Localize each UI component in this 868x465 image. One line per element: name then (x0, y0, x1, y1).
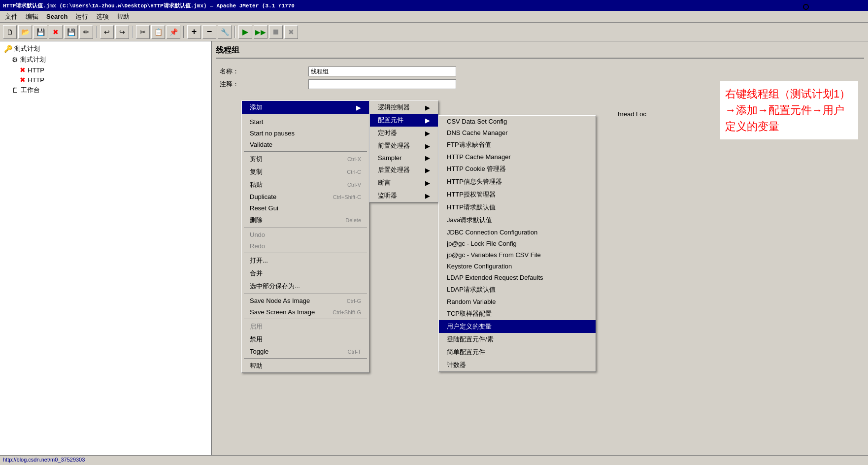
ctx-disable[interactable]: 禁用 (242, 333, 369, 346)
config-ldap[interactable]: LDAP请求默认值 (439, 283, 596, 296)
submenu-add-listener[interactable]: 监听器 ▶ (370, 189, 438, 202)
run-button[interactable]: ▶ (238, 25, 252, 39)
ctx-duplicate[interactable]: Duplicate Ctrl+Shift-C (242, 191, 369, 202)
tree-item-testplan-root[interactable]: 🔑 测式计划 (2, 43, 209, 54)
paste-button[interactable]: 📌 (167, 25, 180, 39)
ctx-sep6 (244, 319, 367, 319)
ctx-undo-label: Undo (250, 231, 265, 238)
ctx-merge[interactable]: 合并 (242, 267, 369, 280)
tree-label-workbench: 工作台 (21, 86, 40, 95)
new-button[interactable]: 🗋 (3, 25, 17, 39)
submenu-add-timer[interactable]: 定时器 ▶ (370, 127, 438, 139)
form-input-comment[interactable] (308, 79, 456, 89)
ctx-paste[interactable]: 粘贴 Ctrl-V (242, 178, 369, 191)
config-http-auth[interactable]: HTTP授权管理器 (439, 188, 596, 201)
config-jpgc-csv[interactable]: jp@gc - Variables From CSV File (439, 249, 596, 261)
ctx-validate[interactable]: Validate (242, 139, 369, 150)
ctx-toggle[interactable]: Toggle Ctrl-T (242, 346, 369, 357)
menu-options[interactable]: 选项 (93, 11, 112, 22)
ctx-add[interactable]: 添加 ▶ (242, 101, 369, 114)
tree-item-http1[interactable]: ✖ HTTP (2, 65, 209, 75)
config-ftp[interactable]: FTP请求缺省值 (439, 138, 596, 151)
save2-button[interactable]: 💾 (64, 25, 78, 39)
tree-item-workbench[interactable]: 🗒 工作台 (2, 85, 209, 96)
clear-button[interactable]: 🔧 (218, 25, 232, 39)
ctx-start[interactable]: Start (242, 116, 369, 128)
config-http-header[interactable]: HTTP信息头管理器 (439, 175, 596, 188)
ctx-help[interactable]: 帮助 (242, 360, 369, 372)
submenu-add-sampler[interactable]: Sampler ▶ (370, 152, 438, 164)
menu-file[interactable]: 文件 (2, 11, 21, 22)
ctx-save-screen-image[interactable]: Save Screen As Image Ctrl+Shift-G (242, 306, 369, 318)
submenu-add-config-arrow: ▶ (425, 117, 430, 124)
config-java-default[interactable]: Java请求默认值 (439, 214, 596, 227)
remove-button[interactable]: − (202, 25, 216, 39)
config-http-cache[interactable]: HTTP Cache Manager (439, 151, 596, 163)
ctx-delete[interactable]: 删除 Delete (242, 214, 369, 227)
open-button[interactable]: 📂 (18, 25, 32, 39)
ctx-paste-shortcut: Ctrl-V (347, 182, 361, 188)
save-button[interactable]: 💾 (33, 25, 47, 39)
ctx-save-selection-label: 选中部分保存为... (250, 282, 300, 291)
config-jdbc[interactable]: JDBC Connection Configuration (439, 227, 596, 238)
menu-edit[interactable]: 编辑 (23, 11, 41, 22)
menu-bar: 文件 编辑 Search 运行 选项 帮助 (0, 11, 868, 23)
ctx-cut[interactable]: 剪切 Ctrl-X (242, 153, 369, 166)
config-tcp[interactable]: TCP取样器配置 (439, 307, 596, 320)
submenu-add-preprocessor-label: 前置处理器 (378, 141, 410, 150)
ctx-save-selection[interactable]: 选中部分保存为... (242, 280, 369, 293)
ctx-open[interactable]: 打开... (242, 254, 369, 267)
tree-panel: 🔑 测式计划 ⚙ 测式计划 ✖ HTTP ✖ HTTP 🗒 工作台 (0, 41, 212, 455)
run-no-pause-button[interactable]: ▶▶ (254, 25, 267, 39)
config-dns[interactable]: DNS Cache Manager (439, 127, 596, 138)
submenu-add-assertion[interactable]: 断言 ▶ (370, 176, 438, 189)
close-button[interactable]: ✖ (49, 25, 63, 39)
submenu-config: CSV Data Set Config DNS Cache Manager FT… (438, 115, 596, 372)
config-http-default-label: HTTP请求默认值 (447, 203, 496, 212)
menu-run[interactable]: 运行 (72, 11, 91, 22)
config-simple[interactable]: 简单配置元件 (439, 346, 596, 359)
config-keystore[interactable]: Keystore Configuration (439, 261, 596, 272)
submenu-add-logic[interactable]: 逻辑控制器 ▶ (370, 101, 438, 114)
tree-item-testplan[interactable]: ⚙ 测式计划 (2, 54, 209, 65)
config-random[interactable]: Random Variable (439, 296, 596, 307)
ctx-save-node-image[interactable]: Save Node As Image Ctrl-G (242, 295, 369, 306)
config-counter[interactable]: 计数器 (439, 359, 596, 371)
submenu-add-postprocessor-label: 后置处理器 (378, 166, 410, 174)
submenu-add-logic-label: 逻辑控制器 (378, 103, 410, 112)
config-http-cookie[interactable]: HTTP Cookie 管理器 (439, 163, 596, 175)
config-login[interactable]: 登陆配置元件/素 (439, 333, 596, 346)
status-text: http://blog.csdn.net/m0_37529303 (3, 457, 85, 463)
edit-button[interactable]: ✏ (79, 25, 93, 39)
status-bar: http://blog.csdn.net/m0_37529303 (0, 455, 868, 465)
form-input-name[interactable] (308, 66, 456, 76)
tree-item-http2[interactable]: ✖ HTTP (2, 75, 209, 85)
toolbar-sep3 (183, 26, 184, 38)
menu-help[interactable]: 帮助 (114, 11, 133, 22)
menu-search[interactable]: Search (43, 12, 70, 21)
config-csv[interactable]: CSV Data Set Config (439, 116, 596, 127)
submenu-add-preprocessor-arrow: ▶ (425, 142, 430, 150)
content-panel: 线程组 名称： 注释： hread Loc 次数 永远 (212, 41, 868, 455)
undo-button[interactable]: ↩ (100, 25, 114, 39)
ctx-disable-label: 禁用 (250, 335, 263, 344)
copy-button[interactable]: 📋 (151, 25, 165, 39)
ctx-reset-gui[interactable]: Reset Gui (242, 202, 369, 214)
stop-button[interactable]: ⏹ (269, 25, 283, 39)
tree-label-testplan: 测式计划 (20, 55, 46, 64)
form-label-name: 名称： (220, 67, 308, 76)
shutdown-button[interactable]: ✖ (284, 25, 298, 39)
ctx-copy[interactable]: 复制 Ctrl-C (242, 166, 369, 178)
redo-button[interactable]: ↪ (115, 25, 129, 39)
submenu-add-postprocessor[interactable]: 后置处理器 ▶ (370, 164, 438, 176)
config-ldap-ext[interactable]: LDAP Extended Request Defaults (439, 272, 596, 283)
config-user-vars[interactable]: 用户定义的变量 (439, 320, 596, 333)
add-button[interactable]: + (187, 25, 201, 39)
submenu-add-preprocessor[interactable]: 前置处理器 ▶ (370, 139, 438, 152)
ctx-start-no-pauses[interactable]: Start no pauses (242, 128, 369, 139)
config-http-default[interactable]: HTTP请求默认值 (439, 201, 596, 214)
ctx-sep1 (244, 115, 367, 115)
submenu-add-config[interactable]: 配置元件 ▶ (370, 114, 438, 127)
config-jpgc-lock[interactable]: jp@gc - Lock File Config (439, 238, 596, 249)
cut-button[interactable]: ✂ (136, 25, 150, 39)
